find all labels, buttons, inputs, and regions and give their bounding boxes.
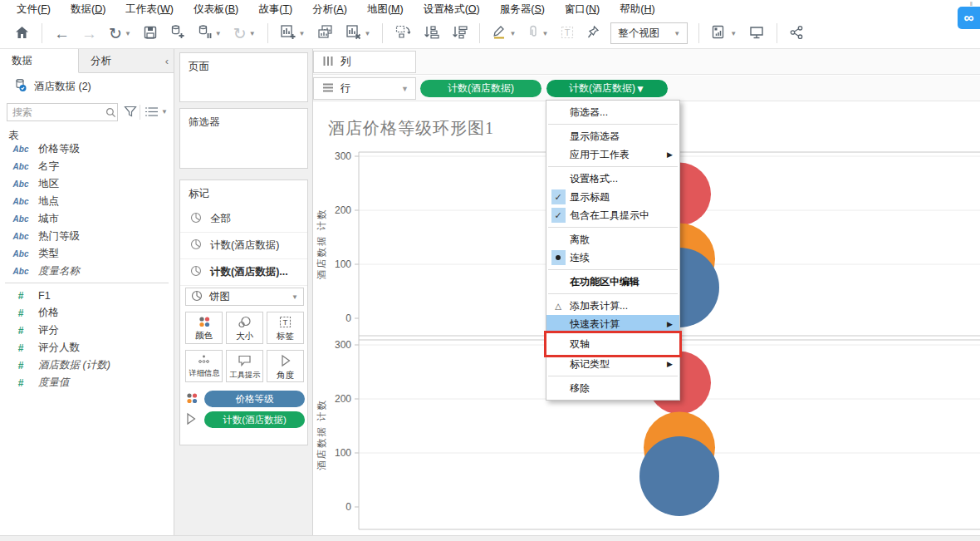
rows-shelf[interactable]: 行 ▼ 计数(酒店数据)计数(酒店数据)▼ [313,76,980,101]
menu-F[interactable]: 文件(F) [7,1,61,18]
pane-tabs: 数据 分析 ‹ [0,49,174,73]
pill-menu-caret-icon[interactable]: ▼ [635,83,645,95]
menu-item-包含在工具提示中[interactable]: ✓包含在工具提示中 [546,206,679,224]
menu-D[interactable]: 数据(D) [61,1,115,18]
highlight-button[interactable]: ▼ [488,21,520,46]
menu-M[interactable]: 地图(M) [357,1,414,18]
field-F1[interactable]: #F1 [0,287,174,304]
tab-data[interactable]: 数据 [0,49,79,73]
swap-axes-button[interactable] [390,21,415,46]
refresh-button[interactable]: ↻▼ [229,21,260,46]
menu-item-显示标题[interactable]: ✓显示标题 [546,188,679,206]
menu-item-标记类型[interactable]: 标记类型▶ [546,355,679,373]
field-价格等级[interactable]: Abc价格等级 [0,140,174,158]
menu-B[interactable]: 仪表板(B) [184,1,248,18]
field-名字[interactable]: Abc名字 [0,158,174,175]
duplicate-sheet-button[interactable] [313,21,338,46]
menu-item-在功能区中编辑[interactable]: 在功能区中编辑 [546,273,679,291]
new-datasource-button[interactable] [165,21,189,46]
menu-item-双轴[interactable]: 双轴 [546,333,679,355]
datasource-item[interactable]: 酒店数据 (2) [0,74,174,99]
menu-T[interactable]: 故事(T) [248,1,302,18]
menu-A[interactable]: 分析(A) [302,1,357,18]
marks-layer-计数(酒店数据)[interactable]: 计数(酒店数据) [180,233,307,259]
menu-item-连续[interactable]: 连续 [546,248,679,267]
columns-shelf[interactable]: 列 [313,49,980,75]
collapse-pane-icon[interactable]: ‹ [165,55,169,67]
field-地区[interactable]: Abc地区 [0,175,174,193]
sort-descending-button[interactable] [447,21,472,46]
sort-ascending-button[interactable] [419,21,443,46]
tooltip-button[interactable]: 工具提示 [226,350,263,382]
menu-item-筛选器[interactable]: 筛选器... [546,103,679,121]
menubar: 文件(F)数据(D)工作表(W)仪表板(B)故事(T)分析(A)地图(M)设置格… [0,0,980,18]
textbox-button[interactable]: T [556,21,579,46]
new-worksheet-button[interactable]: ▼ [276,21,310,46]
menu-H[interactable]: 帮助(H) [610,1,664,18]
chevron-down-icon: ▼ [299,30,306,37]
pill-计数(酒店数据)[interactable]: 计数(酒店数据) [204,411,305,428]
field-价格[interactable]: #价格 [0,304,174,322]
search-input[interactable] [7,104,97,120]
marks-button-label: 详细信息 [189,369,219,379]
recorder-overlay-icon[interactable]: ∞ [958,7,980,29]
replay-button[interactable]: ↻▼ [105,21,135,46]
pill-价格等级[interactable]: 价格等级 [204,391,305,407]
home-button[interactable] [10,21,34,46]
pause-overlay-icon[interactable]: ‖ [970,0,973,7]
view-list-icon[interactable]: ▼ [145,106,168,118]
fix-axes-button[interactable] [582,21,604,46]
field-度量值[interactable]: #度量值 [0,374,174,391]
menu-N[interactable]: 窗口(N) [555,1,610,18]
label-button[interactable]: T标签 [267,312,304,344]
measure-type-icon: # [8,342,33,354]
annotation-button[interactable]: ▼ [523,21,552,46]
field-评分人数[interactable]: #评分人数 [0,339,174,357]
fit-selector[interactable]: 整个视图▼ [610,22,688,44]
field-类型[interactable]: Abc类型 [0,245,174,263]
menu-item-添加表计算[interactable]: △添加表计算... [546,297,679,315]
clear-sheet-button[interactable]: ▼ [341,21,375,46]
menu-item-显示筛选器[interactable]: 显示筛选器 [546,127,679,145]
field-评分[interactable]: #评分 [0,322,174,339]
field-地点[interactable]: Abc地点 [0,193,174,210]
presentation-mode-button[interactable] [744,21,769,46]
tab-analytics[interactable]: 分析 [79,49,158,72]
filters-card[interactable]: 筛选器 [179,108,308,169]
menu-item-移除[interactable]: 移除 [546,379,679,397]
color-button[interactable]: 颜色 [185,312,223,344]
chevron-down-icon[interactable]: ▼ [401,85,409,93]
svg-text:200: 200 [335,393,351,405]
pie-mark[interactable] [639,436,719,516]
back-button[interactable]: ← [50,21,74,46]
share-button[interactable] [785,21,808,46]
pause-updates-button[interactable]: ▼ [193,21,226,46]
new-worksheet-icon [280,24,296,42]
marks-layer-计数(酒店数据)...[interactable]: 计数(酒店数据)... [180,259,307,286]
menu-item-离散[interactable]: 离散 [546,230,679,248]
save-button[interactable] [139,21,162,46]
detail-button[interactable]: 详细信息 [185,350,223,382]
filter-fields-icon[interactable] [123,104,138,121]
menu-item-label: 筛选器... [570,106,679,120]
menu-item-设置格式[interactable]: 设置格式... [546,170,679,188]
size-button[interactable]: 大小 [226,312,263,344]
field-酒店数据 (计数)[interactable]: #酒店数据 (计数) [0,357,174,374]
rows-pill-2[interactable]: 计数(酒店数据)▼ [546,80,668,97]
rows-pill-1[interactable]: 计数(酒店数据) [420,80,541,97]
pages-card[interactable]: 页面 [179,52,308,102]
marks-layer-全部[interactable]: 全部 [180,206,307,233]
field-度量名称[interactable]: Abc度量名称 [0,263,174,280]
menu-O[interactable]: 设置格式(O) [414,1,490,18]
menu-W[interactable]: 工作表(W) [115,1,184,18]
menu-item-应用于工作表[interactable]: 应用于工作表▶ [546,145,679,164]
mark-type-select[interactable]: 饼图 ▼ [185,288,304,306]
dimension-type-icon: Abc [8,232,33,241]
menu-S[interactable]: 服务器(S) [490,1,555,18]
forward-button[interactable]: → [77,21,101,46]
field-热门等级[interactable]: Abc热门等级 [0,228,174,245]
show-me-button[interactable]: ▼ [707,21,741,46]
field-城市[interactable]: Abc城市 [0,210,174,228]
angle-button[interactable]: 角度 [267,350,304,382]
menu-item-快速表计算[interactable]: 快速表计算▶ [546,315,679,333]
